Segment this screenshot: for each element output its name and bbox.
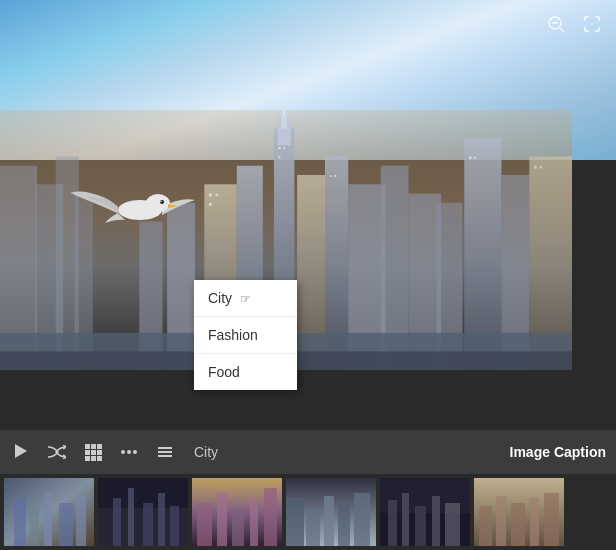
svg-rect-54 (158, 493, 165, 546)
svg-rect-46 (44, 493, 52, 546)
thumbnail-5[interactable] (380, 478, 470, 546)
svg-rect-57 (197, 503, 212, 546)
svg-point-37 (146, 194, 170, 212)
image-caption: Image Caption (510, 444, 606, 460)
svg-rect-35 (540, 166, 543, 169)
svg-rect-78 (511, 503, 525, 546)
svg-rect-44 (14, 498, 26, 546)
dots-icon (121, 450, 137, 454)
svg-rect-45 (29, 508, 39, 546)
category-label[interactable]: City (194, 444, 218, 460)
svg-rect-70 (388, 500, 397, 546)
top-controls (542, 10, 606, 38)
dropdown-item-fashion[interactable]: Fashion (194, 317, 297, 354)
svg-rect-64 (306, 508, 320, 546)
svg-rect-26 (209, 203, 212, 206)
svg-rect-76 (479, 506, 492, 546)
shuffle-button[interactable] (46, 441, 68, 463)
svg-rect-29 (279, 156, 281, 158)
svg-rect-59 (232, 508, 244, 546)
svg-rect-80 (544, 493, 559, 546)
thumbnail-6[interactable] (474, 478, 564, 546)
svg-rect-30 (330, 175, 332, 177)
svg-line-42 (560, 28, 564, 32)
svg-rect-52 (128, 488, 134, 546)
thumbnail-strip (0, 474, 616, 550)
svg-point-39 (160, 201, 161, 202)
svg-rect-77 (496, 496, 506, 546)
svg-rect-71 (402, 493, 409, 546)
svg-rect-63 (286, 498, 304, 546)
dropdown-item-city[interactable]: City ☞ (194, 280, 297, 317)
svg-rect-31 (334, 175, 336, 177)
toolbar: City Image Caption (0, 430, 616, 474)
svg-rect-32 (469, 156, 472, 159)
svg-rect-48 (76, 496, 86, 546)
svg-rect-53 (143, 503, 153, 546)
grid-icon (85, 444, 102, 461)
zoom-out-button[interactable] (542, 10, 570, 38)
dropdown-item-food[interactable]: Food (194, 354, 297, 390)
thumbnail-1[interactable] (4, 478, 94, 546)
svg-rect-66 (338, 503, 350, 546)
main-viewer: City ☞ Fashion Food (0, 0, 616, 430)
play-button[interactable] (10, 441, 32, 463)
play-icon (15, 444, 27, 461)
svg-rect-34 (534, 166, 537, 169)
thumbnail-4[interactable] (286, 478, 376, 546)
svg-rect-60 (250, 498, 258, 546)
svg-rect-33 (474, 156, 477, 159)
thumbnail-2[interactable] (98, 478, 188, 546)
svg-rect-72 (415, 506, 426, 546)
svg-rect-79 (530, 498, 539, 546)
svg-rect-28 (283, 147, 285, 149)
svg-rect-24 (209, 194, 212, 197)
category-dropdown: City ☞ Fashion Food (194, 280, 297, 390)
svg-rect-55 (170, 506, 179, 546)
svg-rect-47 (59, 503, 73, 546)
svg-rect-27 (279, 147, 281, 149)
svg-rect-65 (324, 496, 334, 546)
svg-rect-8 (283, 110, 285, 115)
svg-rect-25 (215, 194, 218, 197)
svg-rect-58 (217, 493, 227, 546)
svg-rect-73 (432, 496, 440, 546)
list-icon (158, 447, 172, 457)
thumbnail-3[interactable] (192, 478, 282, 546)
grid-button[interactable] (82, 441, 104, 463)
more-button[interactable] (118, 441, 140, 463)
list-button[interactable] (154, 441, 176, 463)
fullscreen-button[interactable] (578, 10, 606, 38)
bird (70, 175, 200, 235)
svg-rect-74 (445, 503, 460, 546)
cursor-indicator: ☞ (240, 292, 251, 306)
svg-rect-61 (264, 488, 277, 546)
svg-rect-51 (113, 498, 121, 546)
svg-rect-67 (354, 493, 370, 546)
